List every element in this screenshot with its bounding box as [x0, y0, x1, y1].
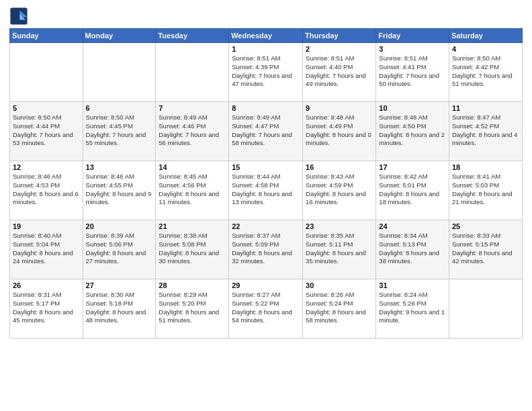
weekday-header-saturday: Saturday [449, 29, 522, 43]
weekday-header-thursday: Thursday [303, 29, 376, 43]
calendar-day-29: 29Sunrise: 8:27 AM Sunset: 5:22 PM Dayli… [229, 279, 303, 338]
calendar-day-28: 28Sunrise: 8:29 AM Sunset: 5:20 PM Dayli… [156, 279, 229, 338]
day-number: 11 [452, 104, 519, 112]
calendar-day-16: 16Sunrise: 8:43 AM Sunset: 4:59 PM Dayli… [303, 161, 376, 220]
day-number: 18 [452, 163, 519, 171]
day-info: Sunrise: 8:37 AM Sunset: 5:09 PM Dayligh… [232, 232, 300, 266]
day-number: 19 [13, 222, 80, 230]
day-info: Sunrise: 8:30 AM Sunset: 5:18 PM Dayligh… [86, 291, 153, 325]
day-number: 1 [232, 45, 300, 53]
day-number: 21 [159, 222, 226, 230]
day-info: Sunrise: 8:45 AM Sunset: 4:56 PM Dayligh… [159, 173, 226, 207]
day-info: Sunrise: 8:49 AM Sunset: 4:46 PM Dayligh… [159, 113, 226, 148]
day-number: 30 [306, 281, 373, 289]
page: SundayMondayTuesdayWednesdayThursdayFrid… [0, 0, 532, 342]
day-info: Sunrise: 8:27 AM Sunset: 5:22 PM Dayligh… [232, 291, 300, 325]
day-info: Sunrise: 8:29 AM Sunset: 5:20 PM Dayligh… [159, 291, 226, 325]
day-number: 9 [306, 104, 373, 112]
day-info: Sunrise: 8:51 AM Sunset: 4:39 PM Dayligh… [232, 54, 300, 89]
weekday-header-monday: Monday [83, 29, 156, 43]
calendar-day-9: 9Sunrise: 8:48 AM Sunset: 4:49 PM Daylig… [303, 102, 376, 161]
day-info: Sunrise: 8:50 AM Sunset: 4:42 PM Dayligh… [452, 54, 519, 89]
calendar-empty-cell [449, 279, 522, 338]
day-info: Sunrise: 8:33 AM Sunset: 5:15 PM Dayligh… [452, 232, 519, 266]
calendar-empty-cell [156, 43, 229, 102]
day-info: Sunrise: 8:49 AM Sunset: 4:47 PM Dayligh… [232, 113, 300, 148]
calendar-week-row: 19Sunrise: 8:40 AM Sunset: 5:04 PM Dayli… [10, 220, 523, 279]
day-info: Sunrise: 8:40 AM Sunset: 5:04 PM Dayligh… [13, 232, 80, 266]
calendar-day-26: 26Sunrise: 8:31 AM Sunset: 5:17 PM Dayli… [10, 279, 83, 338]
day-number: 2 [306, 45, 373, 53]
calendar-day-27: 27Sunrise: 8:30 AM Sunset: 5:18 PM Dayli… [83, 279, 156, 338]
day-info: Sunrise: 8:48 AM Sunset: 4:50 PM Dayligh… [379, 113, 446, 148]
day-number: 20 [86, 222, 153, 230]
day-info: Sunrise: 8:50 AM Sunset: 4:45 PM Dayligh… [86, 113, 153, 148]
calendar-day-21: 21Sunrise: 8:38 AM Sunset: 5:08 PM Dayli… [156, 220, 229, 279]
calendar-day-5: 5Sunrise: 8:50 AM Sunset: 4:44 PM Daylig… [10, 102, 83, 161]
day-info: Sunrise: 8:51 AM Sunset: 4:40 PM Dayligh… [306, 54, 373, 89]
day-info: Sunrise: 8:50 AM Sunset: 4:44 PM Dayligh… [13, 113, 80, 148]
calendar-day-10: 10Sunrise: 8:48 AM Sunset: 4:50 PM Dayli… [376, 102, 449, 161]
day-number: 4 [452, 45, 519, 53]
calendar-day-7: 7Sunrise: 8:49 AM Sunset: 4:46 PM Daylig… [156, 102, 229, 161]
calendar-day-22: 22Sunrise: 8:37 AM Sunset: 5:09 PM Dayli… [229, 220, 303, 279]
logo [9, 7, 30, 26]
day-number: 22 [232, 222, 300, 230]
calendar-day-12: 12Sunrise: 8:46 AM Sunset: 4:53 PM Dayli… [10, 161, 83, 220]
day-info: Sunrise: 8:44 AM Sunset: 4:58 PM Dayligh… [232, 173, 300, 207]
logo-icon [9, 7, 28, 26]
calendar-week-row: 26Sunrise: 8:31 AM Sunset: 5:17 PM Dayli… [10, 279, 523, 338]
header [9, 7, 523, 26]
day-info: Sunrise: 8:35 AM Sunset: 5:11 PM Dayligh… [306, 232, 373, 266]
calendar-day-13: 13Sunrise: 8:46 AM Sunset: 4:55 PM Dayli… [83, 161, 156, 220]
day-info: Sunrise: 8:48 AM Sunset: 4:49 PM Dayligh… [306, 113, 373, 148]
weekday-header-sunday: Sunday [10, 29, 83, 43]
calendar: SundayMondayTuesdayWednesdayThursdayFrid… [9, 28, 523, 338]
day-info: Sunrise: 8:24 AM Sunset: 5:26 PM Dayligh… [379, 291, 446, 325]
calendar-day-25: 25Sunrise: 8:33 AM Sunset: 5:15 PM Dayli… [449, 220, 522, 279]
calendar-empty-cell [10, 43, 83, 102]
day-number: 13 [86, 163, 153, 171]
calendar-day-24: 24Sunrise: 8:34 AM Sunset: 5:13 PM Dayli… [376, 220, 449, 279]
calendar-day-18: 18Sunrise: 8:41 AM Sunset: 5:03 PM Dayli… [449, 161, 522, 220]
calendar-day-6: 6Sunrise: 8:50 AM Sunset: 4:45 PM Daylig… [83, 102, 156, 161]
day-number: 16 [306, 163, 373, 171]
day-number: 7 [159, 104, 226, 112]
day-info: Sunrise: 8:46 AM Sunset: 4:53 PM Dayligh… [13, 173, 80, 207]
calendar-day-14: 14Sunrise: 8:45 AM Sunset: 4:56 PM Dayli… [156, 161, 229, 220]
day-number: 29 [232, 281, 300, 289]
day-number: 15 [232, 163, 300, 171]
day-number: 23 [306, 222, 373, 230]
day-info: Sunrise: 8:47 AM Sunset: 4:52 PM Dayligh… [452, 113, 519, 148]
calendar-day-11: 11Sunrise: 8:47 AM Sunset: 4:52 PM Dayli… [449, 102, 522, 161]
calendar-week-row: 12Sunrise: 8:46 AM Sunset: 4:53 PM Dayli… [10, 161, 523, 220]
day-number: 3 [379, 45, 446, 53]
day-number: 25 [452, 222, 519, 230]
day-number: 10 [379, 104, 446, 112]
calendar-day-2: 2Sunrise: 8:51 AM Sunset: 4:40 PM Daylig… [303, 43, 376, 102]
day-number: 31 [379, 281, 446, 289]
day-number: 5 [13, 104, 80, 112]
day-number: 28 [159, 281, 226, 289]
day-info: Sunrise: 8:43 AM Sunset: 4:59 PM Dayligh… [306, 173, 373, 207]
day-number: 27 [86, 281, 153, 289]
day-info: Sunrise: 8:42 AM Sunset: 5:01 PM Dayligh… [379, 173, 446, 207]
day-number: 12 [13, 163, 80, 171]
calendar-day-3: 3Sunrise: 8:51 AM Sunset: 4:41 PM Daylig… [376, 43, 449, 102]
weekday-header-friday: Friday [376, 29, 449, 43]
day-info: Sunrise: 8:26 AM Sunset: 5:24 PM Dayligh… [306, 291, 373, 325]
day-number: 24 [379, 222, 446, 230]
day-info: Sunrise: 8:51 AM Sunset: 4:41 PM Dayligh… [379, 54, 446, 89]
day-number: 8 [232, 104, 300, 112]
day-info: Sunrise: 8:31 AM Sunset: 5:17 PM Dayligh… [13, 291, 80, 325]
calendar-day-19: 19Sunrise: 8:40 AM Sunset: 5:04 PM Dayli… [10, 220, 83, 279]
day-number: 14 [159, 163, 226, 171]
calendar-day-8: 8Sunrise: 8:49 AM Sunset: 4:47 PM Daylig… [229, 102, 303, 161]
calendar-day-4: 4Sunrise: 8:50 AM Sunset: 4:42 PM Daylig… [449, 43, 522, 102]
weekday-header-tuesday: Tuesday [156, 29, 229, 43]
calendar-empty-cell [83, 43, 156, 102]
calendar-week-row: 1Sunrise: 8:51 AM Sunset: 4:39 PM Daylig… [10, 43, 523, 102]
weekday-header-wednesday: Wednesday [229, 29, 303, 43]
day-info: Sunrise: 8:41 AM Sunset: 5:03 PM Dayligh… [452, 173, 519, 207]
day-info: Sunrise: 8:46 AM Sunset: 4:55 PM Dayligh… [86, 173, 153, 207]
